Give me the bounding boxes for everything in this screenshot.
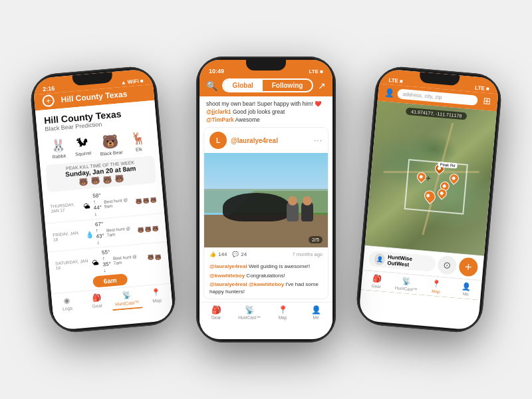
huntwise-name: HuntWise OutWest bbox=[387, 254, 430, 270]
right-search-icon: 👤 bbox=[384, 88, 395, 98]
post-options-button[interactable]: ··· bbox=[314, 136, 323, 145]
comment-icon: 💬 bbox=[232, 251, 239, 257]
post-time: 7 months ago bbox=[293, 251, 323, 257]
post-header: L @lauralye4real ··· bbox=[204, 128, 328, 153]
rnav-me-icon: 👤 bbox=[462, 282, 471, 291]
phone-center: 10:49 LTE ■ 🔍 Global Following ↗ shoot m… bbox=[196, 57, 336, 342]
rnav-huntcast-icon: 📡 bbox=[402, 277, 412, 286]
cnav-map-icon: 📍 bbox=[278, 305, 288, 315]
center-tabs: Global Following bbox=[222, 78, 314, 92]
rnav-me[interactable]: 👤 Me bbox=[450, 278, 481, 300]
map-pin-4[interactable] bbox=[448, 171, 460, 185]
right-layers-icon[interactable]: ⊞ bbox=[483, 96, 491, 107]
center-bottom-nav: 🎒 Gear 📡 HuntCast™ 📍 Map 👤 Me bbox=[200, 302, 332, 323]
center-share-icon[interactable]: ↗ bbox=[318, 80, 326, 91]
left-content: Hill County Texas Black Bear Prediction … bbox=[35, 100, 172, 317]
compass-button[interactable]: ⊙ bbox=[437, 255, 457, 275]
post-counter: 2/5 bbox=[309, 236, 323, 243]
tab-following[interactable]: Following bbox=[263, 80, 313, 91]
comment-count: 24 bbox=[241, 251, 247, 257]
phones-container: 2:16 ▲ WiFi ■ + Hill County Texas Hill C… bbox=[0, 0, 532, 399]
rnav-map[interactable]: 📍 Map bbox=[420, 276, 452, 298]
post-username[interactable]: @lauralye4real bbox=[231, 137, 310, 144]
rnav-huntcast[interactable]: 📡 HuntCast™ bbox=[391, 273, 422, 295]
map-add-button[interactable]: + bbox=[458, 257, 478, 277]
map-pin-5[interactable] bbox=[424, 190, 436, 203]
post-avatar: L bbox=[209, 132, 227, 149]
cnav-gear[interactable]: 🎒 Gear bbox=[200, 303, 233, 323]
post-image: 2/5 bbox=[204, 153, 328, 247]
rnav-gear[interactable]: 🎒 Gear bbox=[361, 271, 392, 293]
left-header-title: Hill County Texas bbox=[61, 89, 128, 104]
tab-global[interactable]: Global bbox=[223, 80, 263, 91]
animal-squirrel[interactable]: 🐿 Squirrel bbox=[74, 135, 92, 158]
like-icon: 👍 bbox=[209, 251, 216, 257]
like-action[interactable]: 👍 144 bbox=[209, 251, 227, 257]
phone-left-screen: 2:16 ▲ WiFi ■ + Hill County Texas Hill C… bbox=[33, 68, 174, 331]
cnav-huntcast[interactable]: 📡 HuntCast™ bbox=[233, 303, 266, 323]
cnav-huntcast-icon: 📡 bbox=[245, 305, 255, 315]
comment-0: shoot my own bear! Super happy with him!… bbox=[206, 100, 326, 107]
weather-list: THURSDAY, JAN 17 🌥 58° ↑ 44° ↓ Best hunt… bbox=[43, 182, 170, 278]
notch-center bbox=[246, 60, 286, 70]
phone-left: 2:16 ▲ WiFi ■ + Hill County Texas Hill C… bbox=[29, 65, 177, 334]
time-badge: 6am bbox=[92, 273, 128, 287]
like-count: 144 bbox=[218, 251, 227, 257]
nav-huntcast[interactable]: 📡 HuntCast™ bbox=[111, 287, 143, 311]
center-header: 🔍 Global Following ↗ bbox=[200, 76, 332, 96]
map-icon: 📍 bbox=[151, 288, 161, 297]
status-icons-center: LTE ■ bbox=[309, 68, 323, 74]
coords-bar: 41.974177, -111.711178 bbox=[406, 107, 467, 120]
post-comment-1: @kwwhiteboy Congratulations! bbox=[209, 273, 323, 279]
rnav-gear-icon: 🎒 bbox=[372, 274, 382, 283]
huntwise-badge: 👤 HuntWise OutWest bbox=[368, 251, 436, 273]
rnav-map-icon: 📍 bbox=[432, 279, 442, 289]
status-right: LTE ■ bbox=[475, 84, 489, 92]
post-card: L @lauralye4real ··· bbox=[203, 127, 329, 299]
map-pin-6[interactable] bbox=[436, 186, 448, 200]
nav-map[interactable]: 📍 Map bbox=[141, 284, 173, 309]
animal-rabbit[interactable]: 🐰 Rabbit bbox=[50, 138, 66, 161]
center-search-icon[interactable]: 🔍 bbox=[206, 80, 217, 91]
map-crosshair: + bbox=[425, 172, 436, 184]
logs-icon: ◉ bbox=[63, 296, 70, 305]
animal-elk[interactable]: 🦌 Elk bbox=[130, 130, 147, 154]
status-icons-left: ▲ WiFi ■ bbox=[120, 78, 144, 86]
time-center: 10:49 bbox=[209, 68, 224, 74]
nav-gear[interactable]: 🎒 Gear bbox=[81, 289, 113, 313]
add-location-button[interactable]: + bbox=[42, 94, 55, 108]
post-comments: @lauralye4real Well guiding is awesome!!… bbox=[204, 261, 328, 299]
phone-right-screen: LTE ■ LTE ■ 👤 address, city, zip ⊞ 41.97… bbox=[358, 68, 499, 331]
cnav-me-icon: 👤 bbox=[311, 305, 321, 315]
cnav-map[interactable]: 📍 Map bbox=[266, 303, 299, 323]
search-input-right[interactable]: address, city, zip bbox=[397, 88, 478, 105]
animal-bear[interactable]: 🐻 Black Bear bbox=[98, 132, 123, 156]
user-avatar: 👤 bbox=[374, 253, 386, 265]
post-comment-0: @lauralye4real Well guiding is awesome!! bbox=[209, 263, 323, 270]
gear-icon: 🎒 bbox=[92, 293, 102, 303]
post-actions: 👍 144 💬 24 7 months ago bbox=[204, 247, 328, 261]
cnav-me[interactable]: 👤 Me bbox=[299, 303, 332, 323]
feed-comments: shoot my own bear! Super happy with him!… bbox=[200, 96, 332, 127]
battery-right: LTE ■ bbox=[388, 77, 403, 84]
huntcast-icon: 📡 bbox=[122, 291, 132, 300]
comment-1: @jjclark1 Good job looks great bbox=[206, 108, 326, 115]
comment-action[interactable]: 💬 24 bbox=[232, 251, 247, 257]
time-left: 2:16 bbox=[43, 85, 55, 93]
nav-logs[interactable]: ◉ Logs bbox=[51, 291, 83, 316]
cnav-gear-icon: 🎒 bbox=[211, 305, 221, 315]
social-feed: shoot my own bear! Super happy with him!… bbox=[200, 96, 332, 323]
post-comment-2: @lauralye4real @kwwhiteboy I've had some… bbox=[209, 281, 323, 295]
phone-right: LTE ■ LTE ■ 👤 address, city, zip ⊞ 41.97… bbox=[354, 65, 503, 334]
map-area[interactable]: 41.974177, -111.711178 bbox=[361, 101, 497, 301]
phone-center-screen: 10:49 LTE ■ 🔍 Global Following ↗ shoot m… bbox=[200, 60, 332, 339]
comment-2: @TimPark Awesome bbox=[206, 116, 326, 123]
